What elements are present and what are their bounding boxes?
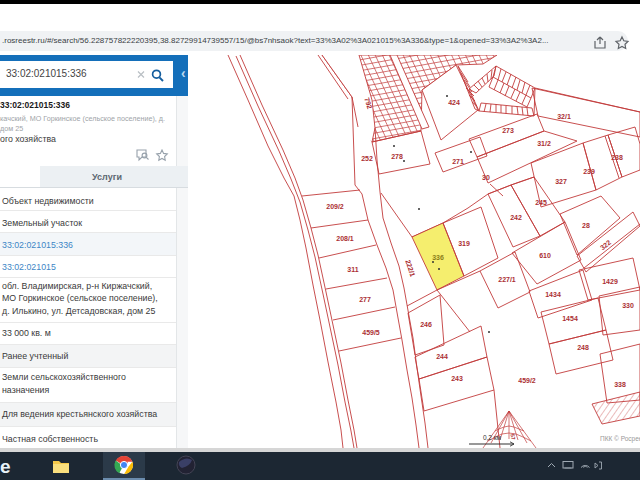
svg-text:1434: 1434 <box>545 291 561 298</box>
svg-text:239: 239 <box>583 168 595 175</box>
svg-text:271: 271 <box>452 158 464 165</box>
svg-text:244: 244 <box>436 353 448 360</box>
svg-text:610: 610 <box>539 252 551 259</box>
svg-text:246: 246 <box>420 321 432 328</box>
svg-text:32/1: 32/1 <box>557 113 571 120</box>
svg-text:459/5: 459/5 <box>362 329 380 336</box>
svg-text:252: 252 <box>361 155 373 162</box>
svg-text:1454: 1454 <box>562 315 578 322</box>
svg-text:57: 57 <box>509 433 516 440</box>
svg-text:424: 424 <box>448 99 460 106</box>
svg-text:208/1: 208/1 <box>336 235 354 242</box>
svg-text:327: 327 <box>555 178 567 185</box>
svg-text:319: 319 <box>458 240 470 247</box>
svg-text:28: 28 <box>582 222 590 229</box>
svg-text:330: 330 <box>622 302 634 309</box>
svg-text:245: 245 <box>535 199 547 206</box>
svg-text:222/1: 222/1 <box>404 259 416 278</box>
svg-text:227/1: 227/1 <box>498 276 516 283</box>
svg-text:273: 273 <box>502 127 514 134</box>
svg-text:ПКК © Росреестр: ПКК © Росреестр <box>600 435 640 443</box>
svg-text:248: 248 <box>577 344 589 351</box>
svg-text:31/2: 31/2 <box>537 140 551 147</box>
svg-text:338: 338 <box>614 381 626 388</box>
svg-text:243: 243 <box>451 375 463 382</box>
svg-text:238: 238 <box>611 154 623 161</box>
svg-text:322: 322 <box>599 239 613 252</box>
svg-text:209/2: 209/2 <box>326 203 344 210</box>
svg-text:336: 336 <box>432 254 444 261</box>
svg-text:30: 30 <box>482 174 490 181</box>
svg-text:277: 277 <box>359 296 371 303</box>
svg-text:459/2: 459/2 <box>518 377 536 384</box>
svg-text:278: 278 <box>391 153 403 160</box>
svg-text:e: e <box>0 456 11 477</box>
svg-text:0,2 км: 0,2 км <box>483 434 502 441</box>
svg-text:311: 311 <box>347 266 358 273</box>
svg-text:1429: 1429 <box>602 278 618 285</box>
svg-text:242: 242 <box>510 214 522 221</box>
